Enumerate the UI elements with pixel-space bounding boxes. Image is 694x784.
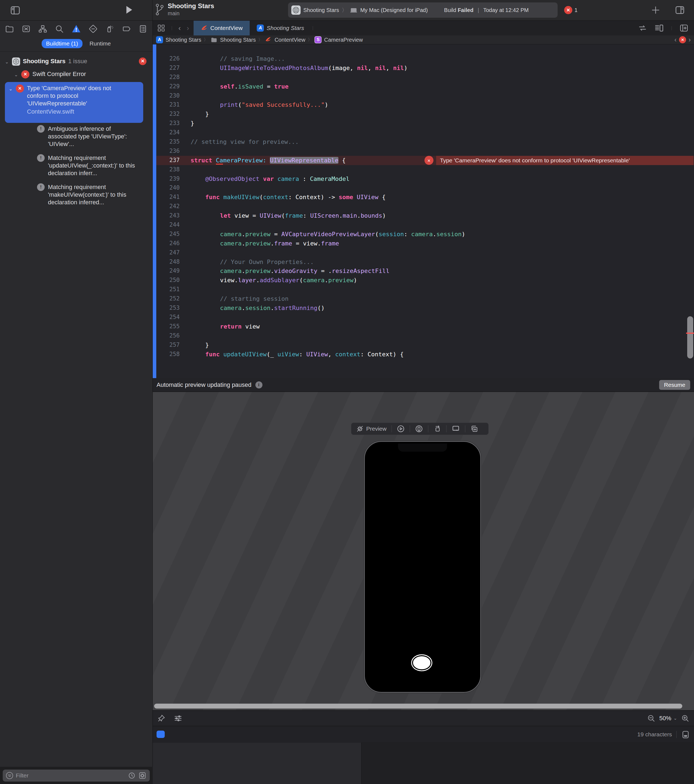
line-number[interactable]: 247	[156, 248, 180, 257]
zoom-in-icon[interactable]	[681, 714, 690, 723]
branch-block[interactable]: Shooting Stars main	[155, 2, 214, 16]
code-line-238[interactable]: 238	[156, 165, 694, 175]
line-number[interactable]: 258	[156, 350, 180, 359]
line-number[interactable]: 228	[156, 73, 180, 82]
canvas-hscrollbar[interactable]	[154, 703, 682, 708]
code-line-230[interactable]: 230	[156, 91, 694, 100]
line-number[interactable]: 257	[156, 341, 180, 350]
line-number[interactable]: 251	[156, 285, 180, 294]
line-number[interactable]: 245	[156, 230, 180, 239]
breakpoint-navigator-icon[interactable]	[122, 24, 131, 33]
add-tab-icon[interactable]	[651, 5, 661, 15]
line-number[interactable]: 239	[156, 175, 180, 184]
back-chevron-icon[interactable]: ‹	[178, 24, 181, 33]
issue-project-row[interactable]: ⌄ Shooting Stars 1 issue ✕	[5, 58, 146, 66]
line-number[interactable]: 250	[156, 276, 180, 285]
line-number[interactable]: 237	[156, 156, 180, 165]
code-line-237[interactable]: 237struct CameraPreview: UIViewRepresent…	[156, 156, 694, 165]
duplicate-preview-button[interactable]	[465, 423, 483, 435]
code-line-241[interactable]: 241func makeUIView(context: Context) -> …	[156, 193, 694, 202]
line-number[interactable]: 241	[156, 193, 180, 202]
editor-scrollbar[interactable]	[687, 316, 693, 359]
disclosure-chevron-icon[interactable]: ⌄	[5, 58, 12, 66]
line-number[interactable]: 253	[156, 303, 180, 313]
code-line-233[interactable]: 233}	[156, 119, 694, 128]
line-number[interactable]: 254	[156, 313, 180, 322]
code-line-243[interactable]: 243let view = UIView(frame: UIScreen.mai…	[156, 211, 694, 221]
breadcrumb-item[interactable]: CameraPreview	[324, 37, 363, 43]
code-line-256[interactable]: 256	[156, 331, 694, 341]
zoom-level-select[interactable]: 50% ⌄	[659, 715, 677, 722]
code-line-258[interactable]: 258func updateUIView(_ uiView: UIView, c…	[156, 350, 694, 359]
source-control-icon[interactable]	[21, 24, 31, 33]
debug-navigator-icon[interactable]	[105, 24, 114, 33]
build-status[interactable]: Build Failed | Today at 12:42 PM	[444, 7, 529, 13]
report-navigator-icon[interactable]	[138, 24, 148, 33]
jumpbar-error-badge[interactable]: ✕	[679, 36, 686, 43]
line-number[interactable]: 235	[156, 137, 180, 147]
run-button[interactable]	[123, 4, 135, 16]
inspector-toggle-icon[interactable]	[675, 5, 685, 15]
line-number[interactable]: 226	[156, 54, 180, 63]
line-number[interactable]: 242	[156, 202, 180, 211]
disclosure-chevron-icon[interactable]: ⌄	[14, 70, 21, 79]
line-number[interactable]: 256	[156, 331, 180, 341]
test-navigator-icon[interactable]	[89, 24, 98, 33]
code-line-244[interactable]: 244	[156, 221, 694, 230]
line-number[interactable]: 230	[156, 91, 180, 100]
tab-runtime[interactable]: Runtime	[90, 40, 111, 47]
camera-shutter-button[interactable]	[411, 654, 433, 671]
issue-selected-row[interactable]: ⌄ ✕ Type 'CameraPreview' does not confor…	[5, 82, 143, 123]
pin-icon[interactable]	[157, 714, 166, 723]
code-line-229[interactable]: 229self.isSaved = true	[156, 82, 694, 91]
line-number[interactable]: 244	[156, 221, 180, 230]
navigator-filter-field[interactable]: Filter	[3, 769, 150, 782]
code-line-232[interactable]: 232}	[156, 110, 694, 119]
code-line-226[interactable]: 226// saving Image...	[156, 54, 694, 63]
line-number[interactable]: 236	[156, 147, 180, 156]
line-number[interactable]: 243	[156, 211, 180, 221]
tab-contentview[interactable]: ContentView	[194, 21, 250, 35]
code-line-251[interactable]: 251	[156, 285, 694, 294]
errors-only-icon[interactable]	[138, 771, 146, 780]
line-number[interactable]: 249	[156, 267, 180, 276]
line-number[interactable]: 246	[156, 239, 180, 248]
issue-navigator-icon[interactable]	[71, 24, 81, 34]
device-variants-button[interactable]	[410, 423, 428, 435]
code-line-227[interactable]: 227UIImageWriteToSavedPhotosAlbum(image,…	[156, 63, 694, 73]
add-editor-icon[interactable]	[679, 23, 689, 33]
device-preview-frame[interactable]	[364, 441, 481, 693]
line-number[interactable]: 238	[156, 165, 180, 175]
live-preview-button[interactable]	[392, 423, 410, 435]
line-number[interactable]: 229	[156, 82, 180, 91]
zoom-out-icon[interactable]	[647, 714, 656, 723]
breadcrumb-item[interactable]: ContentView	[275, 37, 305, 43]
scheme-selector[interactable]: Shooting Stars 〉 My Mac (Designed for iP…	[288, 2, 558, 18]
keyboard-indicator-icon[interactable]	[681, 730, 690, 739]
code-line-252[interactable]: 252// starting session	[156, 294, 694, 303]
code-line-231[interactable]: 231print("saved Successfully...")	[156, 100, 694, 110]
swap-editor-icon[interactable]	[638, 23, 647, 33]
symbol-navigator-icon[interactable]	[38, 24, 48, 33]
code-line-235[interactable]: 235// setting view for preview...	[156, 137, 694, 147]
code-line-239[interactable]: 239@ObservedObject var camera : CameraMo…	[156, 175, 694, 184]
code-line-228[interactable]: 228	[156, 73, 694, 82]
line-number[interactable]: 248	[156, 257, 180, 267]
code-line-245[interactable]: 245camera.preview = AVCaptureVideoPrevie…	[156, 230, 694, 239]
project-navigator-icon[interactable]	[5, 24, 14, 33]
issue-note-row[interactable]: ! Matching requirement 'updateUIView(_:c…	[37, 154, 136, 177]
issue-prev-icon[interactable]: ‹	[674, 36, 677, 44]
find-navigator-icon[interactable]	[55, 24, 64, 33]
issue-note-row[interactable]: ! Matching requirement 'makeUIView(conte…	[37, 183, 136, 206]
breadcrumb-item[interactable]: Shooting Stars	[166, 37, 201, 43]
source-editor[interactable]: 226// saving Image...227UIImageWriteToSa…	[153, 44, 694, 378]
issue-note-row[interactable]: ! Ambiguous inference of associated type…	[37, 125, 136, 148]
forward-chevron-icon[interactable]: ›	[187, 24, 189, 33]
code-line-242[interactable]: 242	[156, 202, 694, 211]
preview-mode-button[interactable]: Preview	[351, 423, 391, 435]
code-line-250[interactable]: 250view.layer.addSublayer(camera.preview…	[156, 276, 694, 285]
code-line-249[interactable]: 249camera.preview.videoGravity = .resize…	[156, 267, 694, 276]
console-view[interactable]: All Output ⌃⌄ Filter |	[362, 743, 694, 784]
code-line-253[interactable]: 253camera.session.startRunning()	[156, 303, 694, 313]
code-line-255[interactable]: 255return view	[156, 322, 694, 331]
